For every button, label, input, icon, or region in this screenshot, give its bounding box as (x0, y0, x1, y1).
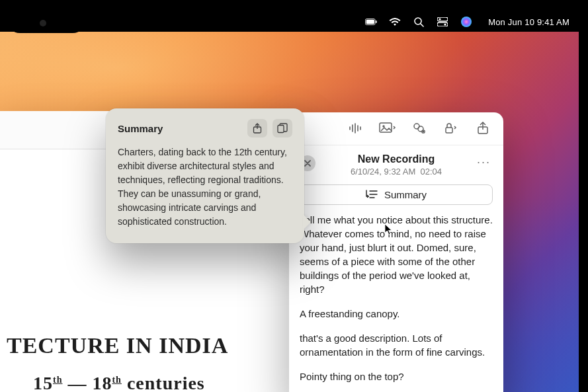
svg-rect-30 (278, 126, 284, 133)
summary-popover: Summary Charters, dating back to the 12t… (106, 108, 304, 243)
svg-rect-1 (366, 20, 374, 24)
summary-popover-title: Summary (118, 123, 163, 134)
share-icon (253, 123, 262, 134)
menu-bar: Mon Jun 10 9:41 AM (0, 12, 579, 32)
battery-icon[interactable] (365, 16, 377, 28)
summary-popover-body: Charters, dating back to the 12th centur… (118, 145, 292, 229)
recording-panel: New Recording 6/10/24, 9:32 AM 02:04 ···… (289, 112, 503, 392)
transcript-line: Pointy thing on the top? (300, 370, 493, 383)
svg-point-9 (461, 17, 472, 27)
desktop-wallpaper: TECTURE IN INDIA 15th — 18th centuries (0, 32, 579, 392)
waveform-icon[interactable] (347, 120, 364, 137)
summary-icon (366, 190, 378, 199)
photos-icon[interactable] (379, 120, 396, 137)
spotlight-icon[interactable] (413, 16, 425, 28)
summary-button-label: Summary (384, 189, 427, 200)
transcript-line: A freestanding canopy. (300, 307, 493, 321)
svg-point-6 (439, 18, 441, 20)
screen: Mon Jun 10 9:41 AM TECTURE IN INDIA 15th… (0, 12, 579, 392)
svg-point-8 (444, 23, 446, 25)
svg-rect-22 (446, 128, 452, 133)
link-icon[interactable] (411, 120, 428, 137)
handwritten-title: TECTURE IN INDIA (7, 328, 228, 364)
copy-icon (277, 123, 288, 134)
summary-button[interactable]: Summary (300, 184, 493, 205)
recording-meta: 6/10/24, 9:32 AM 02:04 (322, 167, 470, 176)
svg-rect-2 (376, 20, 377, 23)
transcript-body[interactable]: Tell me what you notice about this struc… (289, 213, 503, 392)
more-icon[interactable]: ··· (477, 155, 493, 169)
wifi-icon[interactable] (389, 16, 401, 28)
menubar-datetime[interactable]: Mon Jun 10 9:41 AM (488, 17, 569, 27)
transcript-line: that's a good description. Lots of ornam… (300, 331, 493, 359)
svg-line-4 (421, 24, 423, 26)
recording-title: New Recording (322, 153, 470, 165)
recording-toolbar (289, 112, 503, 145)
handwritten-subtitle: 15th — 18th centuries (33, 369, 298, 392)
siri-icon[interactable] (460, 16, 472, 28)
recording-header: New Recording 6/10/24, 9:32 AM 02:04 ··· (289, 145, 503, 182)
transcript-line: Tell me what you notice about this struc… (300, 213, 493, 296)
lock-icon[interactable] (442, 120, 460, 137)
control-center-icon[interactable] (437, 16, 448, 28)
share-icon[interactable] (474, 120, 491, 137)
share-summary-button[interactable] (247, 119, 267, 137)
copy-summary-button[interactable] (273, 119, 292, 137)
